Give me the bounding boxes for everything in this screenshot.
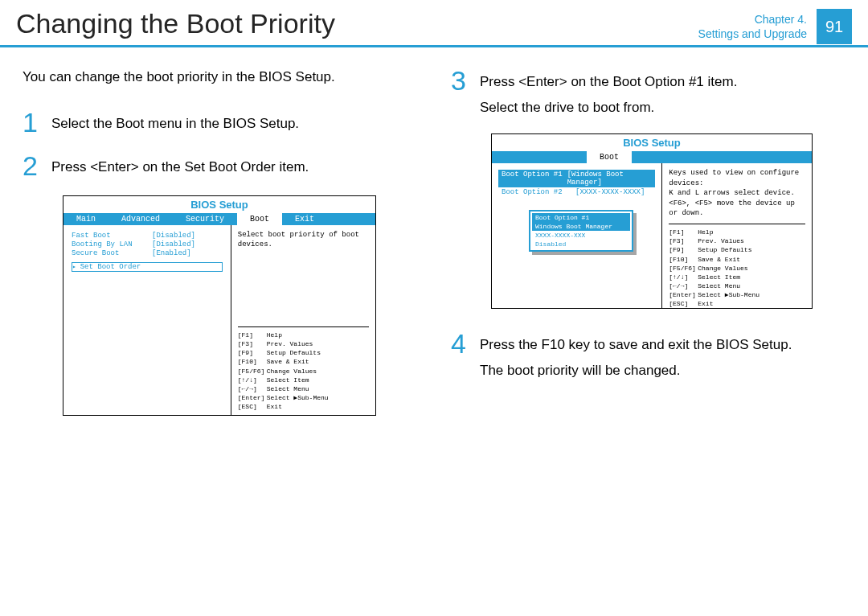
setting-secure-boot: Secure Boot [Enabled] <box>72 249 223 257</box>
k: [F9] <box>669 245 698 254</box>
t: item. <box>276 159 309 175</box>
k: [Enter] <box>669 290 698 299</box>
k: [Enter] <box>238 393 267 402</box>
k: Select Item <box>698 273 805 281</box>
boot-option-popup: Boot Option #1 Windows Boot Manager XXXX… <box>529 210 633 252</box>
k: Select Menu <box>698 281 805 290</box>
k: Setup Defaults <box>267 348 369 357</box>
bios-help-keys-block: [F1]Help [F3]Prev. Values [F9]Setup Defa… <box>669 222 805 309</box>
k: Exit <box>267 402 369 411</box>
divider <box>238 326 369 327</box>
step-4: 4 Press the F10 key to save and exit the… <box>451 330 845 380</box>
k: [ESC] <box>238 402 267 411</box>
label: Booting By LAN <box>72 240 152 248</box>
k: Help <box>698 228 805 236</box>
k: Select Menu <box>267 384 369 393</box>
k: Select ▶Sub-Menu <box>267 393 369 402</box>
step-number: 2 <box>23 152 40 179</box>
t: Press the <box>480 337 542 352</box>
chapter-label: Chapter 4. Settings and Upgrade <box>698 12 807 41</box>
bios-body: Fast Boot [Disabled] Booting By LAN [Dis… <box>63 225 375 415</box>
t: key to save and exit the BIOS Setup. <box>565 337 792 352</box>
bios-tab-advanced: Advanced <box>108 213 173 225</box>
t: Press <Enter> on the <box>480 74 612 89</box>
bios-help-keys: [F1]Help [F3]Prev. Values [F9]Setup Defa… <box>238 331 369 412</box>
chapter-line-1: Chapter 4. <box>698 12 807 27</box>
page-title: Changing the Boot Priority <box>16 8 698 39</box>
popup-item-windows-boot-manager: Windows Boot Manager <box>532 222 630 231</box>
label: Secure Boot <box>72 249 152 257</box>
t: menu in the BIOS Setup. <box>144 116 299 131</box>
k: Select Item <box>267 376 369 384</box>
left-column: You can change the boot priority in the … <box>23 67 417 416</box>
popup-item-disabled: Disabled <box>532 240 630 248</box>
bios-right-pane: Select boot priority of boot devices. [F… <box>231 225 375 415</box>
k: [F10] <box>238 357 267 366</box>
bios-help-text: Keys used to view on configure devices: … <box>669 168 805 219</box>
bios-right-pane: Keys used to view on configure devices: … <box>661 163 812 308</box>
popup-item-xxxx: XXXX-XXXX-XXX <box>532 231 630 240</box>
k: [↑/↓] <box>238 376 267 384</box>
k: Save & Exit <box>698 255 805 264</box>
setting-booting-by-lan: Booting By LAN [Disabled] <box>72 240 223 248</box>
k: [F1] <box>669 228 698 236</box>
setting-fast-boot: Fast Boot [Disabled] <box>72 232 223 240</box>
step-2: 2 Press <Enter> on the Set Boot Order it… <box>23 152 417 179</box>
keyword-set-boot-order: Set Boot Order <box>184 159 275 175</box>
label: Boot Option #2 <box>502 188 575 196</box>
page-header: Changing the Boot Priority Chapter 4. Se… <box>0 0 868 47</box>
bios-left-pane: Fast Boot [Disabled] Booting By LAN [Dis… <box>63 225 231 415</box>
k: Change Values <box>267 367 369 376</box>
value: [Enabled] <box>152 249 191 257</box>
t: The boot priority will be changed. <box>480 360 792 381</box>
content-columns: You can change the boot priority in the … <box>0 47 868 416</box>
keyword-boot-option-1: Boot Option #1 <box>612 74 703 89</box>
k: Exit <box>698 299 805 308</box>
step-3: 3 Press <Enter> on the Boot Option #1 it… <box>451 67 845 117</box>
page-number-badge: 91 <box>817 9 852 44</box>
keyword-boot: Boot <box>116 116 144 131</box>
step-text: Press the F10 key to save and exit the B… <box>480 330 792 380</box>
step-number: 3 <box>451 67 469 117</box>
t: Press <Enter> on the <box>51 159 184 175</box>
k: [F5/F6] <box>238 367 267 376</box>
bios-tab-main: Main <box>63 213 108 225</box>
bios-body: Boot Option #1 [Windows Boot Manager] Bo… <box>492 163 812 308</box>
value: [Windows Boot Manager] <box>567 170 653 187</box>
bios-help-text: Select boot priority of boot devices. <box>238 230 369 250</box>
label: Set Boot Order <box>72 263 153 271</box>
setting-set-boot-order: Set Boot Order <box>72 262 223 272</box>
value: [XXXX-XXXX-XXXX] <box>575 188 645 196</box>
bios-screenshot-2: BIOS Setup Boot Boot Option #1 [Windows … <box>491 133 813 309</box>
k: [F3] <box>238 339 267 348</box>
k: [F9] <box>238 348 267 357</box>
k: Help <box>267 331 369 339</box>
k: [F5/F6] <box>669 264 698 273</box>
t: Select the drive to boot from. <box>480 97 737 118</box>
k: Setup Defaults <box>698 245 805 254</box>
t: item. <box>704 74 738 89</box>
divider <box>669 224 805 224</box>
popup-title: Boot Option #1 <box>532 213 630 222</box>
step-text: Press <Enter> on the Boot Option #1 item… <box>480 67 737 117</box>
k: Prev. Values <box>698 236 805 245</box>
step-text: Select the Boot menu in the BIOS Setup. <box>51 109 299 136</box>
t: Select the <box>51 116 116 131</box>
bios-left-pane: Boot Option #1 [Windows Boot Manager] Bo… <box>492 163 661 308</box>
k: [F10] <box>669 255 698 264</box>
right-column: 3 Press <Enter> on the Boot Option #1 it… <box>451 67 845 416</box>
bios-tab-security: Security <box>173 213 237 225</box>
label: Fast Boot <box>72 232 152 240</box>
chapter-line-2: Settings and Upgrade <box>698 27 807 41</box>
bios-tabs: Main Advanced Security Boot Exit <box>63 213 375 225</box>
value: [Disabled] <box>152 232 195 240</box>
boot-option-1: Boot Option #1 [Windows Boot Manager] <box>498 170 655 187</box>
header-right: Chapter 4. Settings and Upgrade 91 <box>698 8 852 45</box>
k: [ESC] <box>669 299 698 308</box>
bios-screenshot-1: BIOS Setup Main Advanced Security Boot E… <box>63 195 376 416</box>
k: [←/→] <box>669 281 698 290</box>
bios-title: BIOS Setup <box>63 196 375 213</box>
bios-tab-exit: Exit <box>282 213 327 225</box>
k: [←/→] <box>238 384 267 393</box>
bios-title: BIOS Setup <box>492 134 812 151</box>
